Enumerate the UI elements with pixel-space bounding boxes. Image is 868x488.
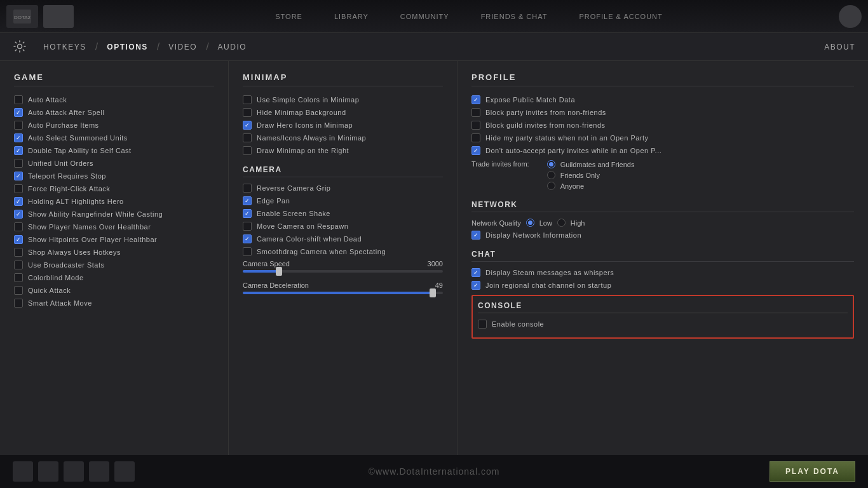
option-label: Reverse Camera Grip bbox=[257, 184, 330, 192]
game-section-title: GAME bbox=[14, 72, 214, 86]
checkbox[interactable] bbox=[471, 281, 480, 290]
option-row: Block party invites from non-friends bbox=[471, 108, 854, 117]
checkbox[interactable] bbox=[14, 273, 23, 282]
checkbox[interactable] bbox=[14, 146, 23, 155]
bottom-icon-5 bbox=[114, 461, 135, 482]
checkbox[interactable] bbox=[14, 159, 23, 168]
checkbox[interactable] bbox=[14, 108, 23, 117]
checkbox[interactable] bbox=[14, 235, 23, 244]
bottom-icon-3 bbox=[64, 461, 84, 482]
option-label: Edge Pan bbox=[257, 197, 290, 205]
trade-radio-label: Anyone bbox=[560, 182, 584, 190]
checkbox[interactable] bbox=[14, 121, 23, 130]
trade-radio[interactable] bbox=[547, 182, 555, 190]
option-label: Show Ability Rangefinder While Casting bbox=[28, 210, 163, 218]
checkbox[interactable] bbox=[471, 133, 480, 142]
console-section-title: CONSOLE bbox=[478, 301, 848, 313]
nav-library[interactable]: LIBRARY bbox=[334, 13, 369, 20]
option-row: Block guild invites from non-friends bbox=[471, 121, 854, 130]
option-label: Holding ALT Highlights Hero bbox=[28, 198, 124, 205]
trade-radio[interactable] bbox=[547, 160, 555, 168]
checkbox[interactable] bbox=[14, 261, 23, 269]
trade-radio-row: Guildmates and Friends bbox=[547, 160, 635, 168]
bottom-icons bbox=[13, 461, 135, 482]
checkbox[interactable] bbox=[243, 133, 252, 142]
checkbox[interactable] bbox=[14, 172, 23, 180]
checkbox[interactable] bbox=[243, 95, 252, 104]
checkbox[interactable] bbox=[243, 146, 252, 155]
option-label: Expose Public Match Data bbox=[485, 96, 575, 104]
nav-community[interactable]: COMMUNITY bbox=[400, 13, 449, 20]
trade-radio[interactable] bbox=[547, 171, 555, 179]
option-label: Display Network Information bbox=[485, 231, 581, 239]
option-row: Smoothdrag Camera when Spectating bbox=[243, 247, 443, 256]
camera-decel-thumb[interactable] bbox=[430, 288, 436, 297]
checkbox[interactable] bbox=[243, 184, 252, 193]
checkbox[interactable] bbox=[14, 286, 23, 295]
trade-radio-label: Guildmates and Friends bbox=[560, 161, 635, 168]
tab-audio[interactable]: AUDIO bbox=[212, 43, 254, 51]
checkbox[interactable] bbox=[243, 121, 252, 130]
option-row: Display Network Information bbox=[471, 231, 854, 240]
nav-store[interactable]: STORE bbox=[275, 13, 302, 20]
checkbox[interactable] bbox=[471, 95, 480, 104]
option-row: Names/Icons Always in Minimap bbox=[243, 133, 443, 142]
option-row: Move Camera on Respawn bbox=[243, 222, 443, 231]
checkbox[interactable] bbox=[243, 108, 252, 117]
network-high-radio[interactable] bbox=[557, 219, 566, 227]
option-row: Expose Public Match Data bbox=[471, 95, 854, 104]
checkbox[interactable] bbox=[14, 95, 23, 104]
option-row: Edge Pan bbox=[243, 196, 443, 205]
checkbox[interactable] bbox=[471, 108, 480, 117]
trade-radio-row: Anyone bbox=[547, 182, 635, 190]
option-row: Shop Always Uses Hotkeys bbox=[14, 248, 214, 257]
checkbox[interactable] bbox=[478, 320, 487, 329]
checkbox[interactable] bbox=[14, 184, 23, 193]
checkbox[interactable] bbox=[14, 299, 23, 308]
checkbox[interactable] bbox=[14, 197, 23, 206]
option-label: Smoothdrag Camera when Spectating bbox=[257, 248, 386, 255]
nav-friends[interactable]: FRIENDS & CHAT bbox=[481, 13, 548, 20]
camera-speed-thumb[interactable] bbox=[276, 267, 282, 276]
option-row: Camera Color-shift when Dead bbox=[243, 234, 443, 243]
checkbox[interactable] bbox=[243, 222, 252, 231]
network-high-label: High bbox=[571, 219, 585, 227]
tab-video[interactable]: VIDEO bbox=[162, 43, 203, 51]
checkbox[interactable] bbox=[14, 210, 23, 219]
network-quality-label: Network Quality bbox=[471, 219, 521, 227]
checkbox[interactable] bbox=[243, 196, 252, 205]
checkbox[interactable] bbox=[14, 248, 23, 257]
tab-options[interactable]: OPTIONS bbox=[100, 43, 154, 51]
option-row: Auto Select Summoned Units bbox=[14, 133, 214, 142]
tab-about[interactable]: ABOUT bbox=[824, 43, 855, 51]
option-label: Unified Unit Orders bbox=[28, 159, 93, 167]
network-quality-row: Network Quality Low High bbox=[471, 219, 854, 227]
bottom-icon-2 bbox=[38, 461, 58, 482]
checkbox[interactable] bbox=[243, 209, 252, 218]
nav-profile[interactable]: PROFILE & ACCOUNT bbox=[579, 13, 662, 20]
camera-speed-track[interactable] bbox=[243, 270, 443, 273]
option-label: Move Camera on Respawn bbox=[257, 222, 348, 230]
network-low-radio[interactable] bbox=[526, 219, 534, 227]
checkbox[interactable] bbox=[471, 146, 480, 155]
option-row: Draw Minimap on the Right bbox=[243, 146, 443, 155]
trade-radio-row: Friends Only bbox=[547, 171, 635, 179]
option-row: Draw Hero Icons in Minimap bbox=[243, 121, 443, 130]
checkbox[interactable] bbox=[243, 234, 252, 243]
checkbox[interactable] bbox=[243, 247, 252, 256]
tab-hotkeys[interactable]: HOTKEYS bbox=[37, 43, 93, 51]
option-row: Reverse Camera Grip bbox=[243, 184, 443, 193]
option-row: Enable console bbox=[478, 320, 848, 329]
checkbox[interactable] bbox=[14, 133, 23, 142]
checkbox[interactable] bbox=[471, 121, 480, 130]
play-button[interactable]: PLAY DOTA bbox=[770, 461, 855, 482]
camera-options-list: Reverse Camera GripEdge PanEnable Screen… bbox=[243, 184, 443, 256]
user-avatar[interactable] bbox=[839, 5, 862, 28]
checkbox[interactable] bbox=[471, 231, 480, 240]
checkbox[interactable] bbox=[471, 268, 480, 277]
camera-decel-track[interactable] bbox=[243, 292, 443, 294]
option-label: Use Simple Colors in Minimap bbox=[257, 96, 359, 104]
option-row: Auto Attack bbox=[14, 95, 214, 104]
checkbox[interactable] bbox=[14, 222, 23, 231]
option-label: Show Player Names Over Healthbar bbox=[28, 223, 151, 231]
